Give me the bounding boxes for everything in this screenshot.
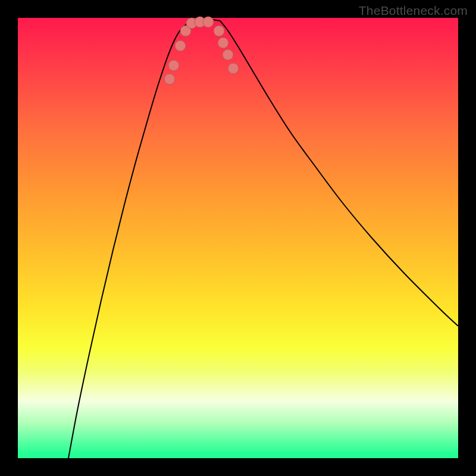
data-marker: [214, 26, 224, 36]
chart-frame: TheBottleneck.com: [0, 0, 476, 476]
markers-group: [164, 17, 239, 84]
data-marker: [164, 74, 175, 84]
data-marker: [223, 49, 233, 60]
plot-area: [18, 18, 458, 458]
curve-left-curve: [68, 21, 192, 458]
data-marker: [203, 17, 214, 27]
data-marker: [168, 60, 179, 71]
data-marker: [175, 40, 186, 51]
data-marker: [228, 63, 239, 74]
data-marker: [218, 37, 228, 48]
watermark-text: TheBottleneck.com: [359, 4, 468, 18]
curves-svg: [18, 18, 458, 458]
curve-group: [68, 19, 458, 458]
curve-right-curve: [220, 21, 458, 326]
